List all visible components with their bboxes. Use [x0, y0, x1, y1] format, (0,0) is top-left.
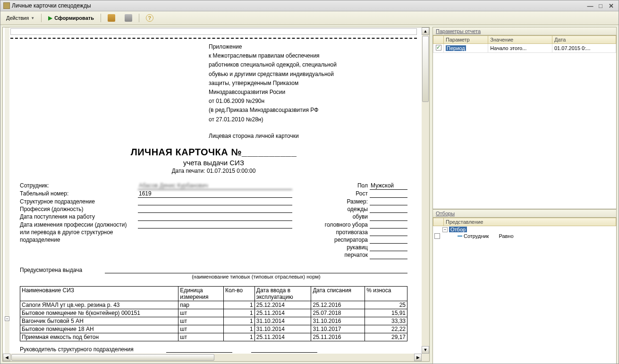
predus-label: Предусмотрена выдача: [20, 267, 105, 273]
label-tabno: Табельный номер:: [20, 190, 138, 198]
label-position: Профессия (должность): [20, 205, 138, 213]
header-blank-row: [10, 28, 417, 35]
document-pane: − Приложение к Межотраслевым правилам об…: [2, 27, 430, 362]
params-table[interactable]: Параметр Значение Дата Период Начало это…: [433, 35, 616, 53]
appendix-line: Приложение: [209, 42, 407, 51]
horizontal-scrollbar[interactable]: ◀ ▶: [3, 354, 422, 361]
param-name[interactable]: Период: [446, 45, 466, 51]
print-button[interactable]: [121, 13, 136, 23]
value-tabno: 1619: [138, 190, 292, 198]
value-size: [370, 198, 407, 205]
app-window: Личные карточки спецодежды — □ ✕ Действи…: [0, 0, 619, 364]
filter-item[interactable]: Сотрудник Равно: [433, 233, 616, 239]
param-date[interactable]: 01.07.2015 0:...: [552, 44, 616, 53]
label-hiredate: Дата поступления на работу: [20, 213, 138, 220]
appendix-line: от 27.01.2010 №28н): [209, 115, 407, 124]
appendix-line: от 01.06.2009 №290н: [209, 97, 407, 106]
close-button[interactable]: ✕: [606, 2, 616, 9]
side-pane: Параметры отчета Параметр Значение Дата: [432, 27, 617, 362]
appendix-line: Минздравсоцразвития Росии: [209, 88, 407, 97]
sign-field-name: [251, 346, 317, 353]
label-change3: подразделение: [20, 236, 138, 244]
minimize-button[interactable]: —: [585, 2, 595, 9]
label-hat: головного убора: [313, 221, 370, 229]
vertical-scrollbar[interactable]: ▲ ▼: [422, 27, 429, 354]
value-hiredate: [138, 213, 292, 220]
window-title: Личные карточки спецодежды: [12, 2, 91, 9]
params-panel-title: Параметры отчета: [432, 27, 617, 35]
report-page: Приложение к Межотраслевым правилам обес…: [10, 39, 417, 354]
scroll-up-icon[interactable]: ▲: [422, 27, 429, 35]
table-row: Приемная емкость под бетоншт125.11.20142…: [20, 333, 407, 341]
appendix-line: работников специальной одеждой, специаль…: [209, 60, 407, 69]
gear-icon: [108, 14, 115, 22]
predus-note: (наименование типовых (типовых отраслевы…: [105, 274, 407, 279]
label-clothes: одежды: [313, 205, 370, 213]
label-change1: Дата изменения профессии (должности): [20, 221, 138, 229]
collapse-icon[interactable]: −: [442, 227, 448, 232]
sign-field-signature: [166, 346, 232, 353]
card-subtitle: учета выдачи СИЗ: [20, 159, 407, 167]
appendix-line: обувью и другими средствами индивидуальн…: [209, 70, 407, 79]
run-report-button[interactable]: ▶ Сформировать: [44, 13, 98, 23]
table-row: Бытовое помещение 18 АНшт131.10.201431.1…: [20, 325, 407, 333]
sign-label: Руководитель структурного подразделения: [20, 346, 166, 353]
filter-condition: Равно: [499, 233, 513, 239]
label-shoes: обуви: [313, 213, 370, 220]
label-mitt: рукавиц: [313, 244, 370, 251]
siz-table: Наименование СИЗ Единица измерения Кол-в…: [20, 286, 407, 341]
value-sex: Мужской: [370, 182, 407, 190]
face-side-label: Лицевая сторона личной карточки: [209, 133, 407, 139]
param-value[interactable]: Начало этого...: [488, 44, 552, 53]
toolbar: Действия▼ ▶ Сформировать ?: [0, 11, 619, 25]
label-mask: противогаза: [313, 229, 370, 236]
card-title: ЛИЧНАЯ КАРТОЧКА №__________: [20, 147, 407, 158]
value-dept: [138, 198, 292, 205]
value-height: [370, 190, 407, 198]
filters-panel-title: Отборы: [432, 209, 617, 217]
label-resp: респиратора: [313, 236, 370, 244]
scroll-thumb[interactable]: [422, 36, 429, 102]
actions-menu[interactable]: Действия▼: [2, 14, 38, 22]
label-employee: Сотрудник:: [20, 182, 138, 190]
label-change2: или перевода в другое структурное: [20, 229, 138, 236]
help-button[interactable]: ?: [142, 13, 157, 23]
scroll-down-icon[interactable]: ▼: [422, 346, 429, 354]
checkbox[interactable]: [436, 45, 441, 51]
value-employee: Абасов Денис Курбанович: [138, 182, 292, 190]
print-date: Дата печати: 01.07.2015 0:00:00: [20, 168, 407, 174]
app-icon: [3, 2, 10, 9]
appendix-line: к Межотраслевым правилам обеспечения: [209, 51, 407, 60]
print-icon: [125, 14, 132, 22]
scroll-right-icon[interactable]: ▶: [414, 354, 422, 361]
titlebar: Личные карточки спецодежды — □ ✕: [0, 0, 619, 11]
label-dept: Структурное подразделение: [20, 198, 138, 205]
appendix-line: защиты, утвержденным Приказом: [209, 79, 407, 88]
table-header-row: Наименование СИЗ Единица измерения Кол-в…: [20, 286, 407, 301]
filter-field: Сотрудник: [464, 233, 489, 239]
label-height: Рост: [313, 190, 370, 198]
play-icon: ▶: [48, 15, 52, 21]
scroll-left-icon[interactable]: ◀: [3, 354, 10, 361]
checkbox[interactable]: [434, 233, 440, 239]
label-gloves: перчаток: [313, 251, 370, 259]
filter-root[interactable]: − Отбор: [433, 226, 616, 233]
scroll-thumb-h[interactable]: [11, 354, 214, 361]
label-size: Размер:: [313, 198, 370, 205]
table-row: Бытовое помещение № 6(контейнер) 000151ш…: [20, 309, 407, 317]
table-row: Сапоги ЯМАЛ ут цв.чер. резина р. 43пар12…: [20, 301, 407, 309]
maximize-button[interactable]: □: [596, 2, 605, 9]
leaf-icon: [458, 236, 462, 237]
table-row: Вагончик бытовой 5 АНшт131.10.201431.10.…: [20, 317, 407, 325]
settings-button[interactable]: [104, 13, 119, 23]
predus-line: [105, 267, 407, 273]
help-icon: ?: [146, 14, 153, 22]
label-sex: Пол: [313, 182, 370, 190]
appendix-line: (в ред.Приказа Минздравсоцразвития РФ: [209, 106, 407, 115]
table-row[interactable]: Период Начало этого... 01.07.2015 0:...: [433, 44, 616, 53]
value-position: [138, 205, 292, 213]
